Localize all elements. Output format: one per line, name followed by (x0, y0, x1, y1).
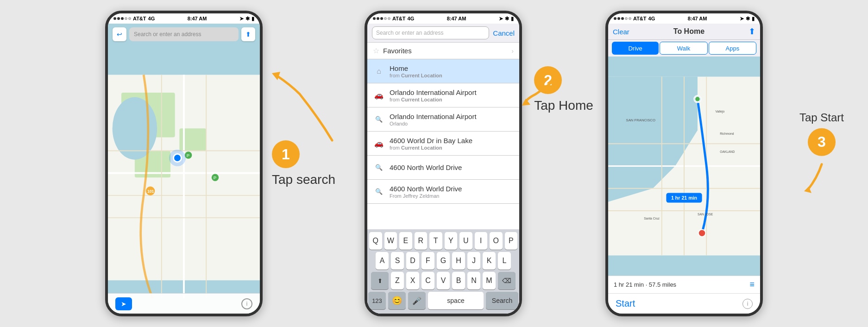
result-world-drive-2-text: 4600 North World Drive From Jeffrey Zeld… (390, 185, 514, 199)
key-u[interactable]: U (459, 232, 472, 250)
result-world-drive-2[interactable]: 🔍 4600 North World Drive From Jeffrey Ze… (367, 180, 519, 204)
result-home-title: Home (390, 64, 514, 72)
info-button[interactable]: i (241, 298, 252, 309)
start-button[interactable]: Start (616, 298, 635, 309)
result-orlando-car[interactable]: 🚗 Orlando International Airport from Cur… (367, 83, 519, 107)
favorites-section[interactable]: ☆ Favorites › (367, 43, 519, 59)
key-z[interactable]: Z (391, 272, 404, 289)
key-d[interactable]: D (406, 252, 419, 270)
arrow-3-svg (794, 160, 849, 197)
status-bar-2: AT&T 4G 8:47 AM ➤ ✱ ▮ (367, 13, 519, 24)
search-input-2[interactable]: Search or enter an address (372, 26, 489, 39)
carrier-2: AT&T (392, 16, 406, 21)
result-bay-lake-title: 4600 World Dr in Bay Lake (390, 137, 514, 145)
key-r[interactable]: R (415, 232, 428, 250)
keyboard: Q W E R T Y U I O P A S D F G H (367, 229, 519, 314)
svg-text:Richmond: Richmond (720, 132, 734, 135)
status-left-1: AT&T 4G (113, 16, 155, 21)
key-t[interactable]: T (429, 232, 442, 250)
result-orlando-car-subtitle: from Current Location (390, 97, 514, 102)
key-h[interactable]: H (452, 252, 465, 270)
key-x[interactable]: X (406, 272, 419, 289)
info-button-3[interactable]: i (742, 299, 753, 309)
key-v[interactable]: V (437, 272, 450, 289)
result-bay-lake-subtitle: from Current Location (390, 145, 514, 151)
search-icon-2: 🔍 (373, 162, 385, 174)
status-bar-3: AT&T 4G 8:47 AM ➤ ✱ ▮ (608, 13, 760, 24)
search-icon-3: 🔍 (373, 186, 385, 198)
current-location-dot (173, 153, 182, 163)
signal-dots-2 (373, 17, 390, 20)
keyboard-row-1: Q W E R T Y U I O P (369, 232, 517, 250)
key-search[interactable]: Search (486, 292, 518, 309)
location-icon-2: ➤ (499, 16, 503, 22)
key-n[interactable]: N (467, 272, 480, 289)
map-bottom-bar: ➤ i (108, 293, 260, 314)
share-icon-1[interactable]: ⬆ (241, 27, 255, 41)
time-2: 8:47 AM (447, 16, 466, 21)
svg-text:OAKLAND: OAKLAND (720, 150, 735, 153)
key-a[interactable]: A (376, 252, 389, 270)
clear-button[interactable]: Clear (613, 28, 629, 36)
result-orlando-search-title: Orlando International Airport (390, 113, 514, 120)
result-world-drive-1[interactable]: 🔍 4600 North World Drive (367, 156, 519, 180)
key-numbers[interactable]: 123 (368, 292, 386, 309)
tab-drive[interactable]: Drive (612, 42, 659, 55)
key-o[interactable]: O (490, 232, 503, 250)
key-y[interactable]: Y (445, 232, 458, 250)
key-b[interactable]: B (452, 272, 465, 289)
status-bar-1: AT&T 4G 8:47 AM ➤ ✱ ▮ (108, 13, 260, 24)
tap-start-label: Tap Start (785, 111, 859, 125)
key-space[interactable]: space (428, 292, 484, 309)
key-delete[interactable]: ⌫ (498, 272, 516, 289)
cancel-button[interactable]: Cancel (493, 29, 515, 37)
bluetooth-icon-2: ✱ (505, 16, 509, 22)
svg-marker-20 (522, 99, 530, 106)
keyboard-row-2: A S D F G H J K L (369, 252, 517, 270)
result-home[interactable]: ⌂ Home from Current Location (367, 59, 519, 83)
car-icon-1: 🚗 (373, 89, 385, 101)
key-k[interactable]: K (483, 252, 496, 270)
result-bay-lake[interactable]: 🚗 4600 World Dr in Bay Lake from Current… (367, 132, 519, 156)
keyboard-row-4: 123 😊 🎤 space Search (369, 292, 517, 309)
svg-text:Vallejo: Vallejo (716, 110, 725, 113)
tab-walk[interactable]: Walk (660, 42, 707, 55)
route-list-icon[interactable]: ≡ (749, 280, 755, 289)
result-home-subtitle: from Current Location (390, 73, 514, 78)
key-j[interactable]: J (467, 252, 480, 270)
svg-point-31 (698, 229, 705, 236)
key-p[interactable]: P (505, 232, 518, 250)
network-2: 4G (408, 16, 415, 21)
bluetooth-icon-3: ✱ (746, 16, 750, 22)
back-arrow-icon[interactable]: ↩ (113, 27, 126, 41)
key-f[interactable]: F (421, 252, 434, 270)
key-l[interactable]: L (498, 252, 511, 270)
network-3: 4G (648, 16, 655, 21)
key-q[interactable]: Q (369, 232, 382, 250)
key-i[interactable]: I (475, 232, 488, 250)
result-orlando-search[interactable]: 🔍 Orlando International Airport Orlando (367, 107, 519, 132)
key-e[interactable]: E (399, 232, 412, 250)
locate-button[interactable]: ➤ (115, 297, 132, 310)
key-w[interactable]: W (384, 232, 397, 250)
step-circle-3: 3 (808, 128, 836, 156)
status-right-3: ➤ ✱ ▮ (740, 16, 755, 22)
bluetooth-icon-1: ✱ (245, 16, 250, 22)
key-mic[interactable]: 🎤 (408, 292, 426, 309)
key-g[interactable]: G (437, 252, 450, 270)
key-m[interactable]: M (483, 272, 496, 289)
map-search-bar[interactable]: ↩ Search or enter an address ⬆ (113, 27, 255, 41)
time-1: 8:47 AM (188, 16, 207, 21)
share-button[interactable]: ⬆ (748, 26, 755, 37)
key-s[interactable]: S (391, 252, 404, 270)
key-shift[interactable]: ⬆ (371, 272, 389, 289)
search-input-1[interactable]: Search or enter an address (129, 27, 239, 41)
location-icon-1: ➤ (239, 16, 244, 22)
tab-apps[interactable]: Apps (709, 42, 756, 55)
phone1-wrapper: AT&T 4G 8:47 AM ➤ ✱ ▮ (105, 0, 365, 327)
step-circle-1: 1 (272, 140, 300, 168)
carrier-3: AT&T (633, 16, 647, 21)
key-emoji[interactable]: 😊 (388, 292, 406, 309)
key-c[interactable]: C (421, 272, 434, 289)
annotation-1: 1 Tap search (263, 11, 365, 316)
